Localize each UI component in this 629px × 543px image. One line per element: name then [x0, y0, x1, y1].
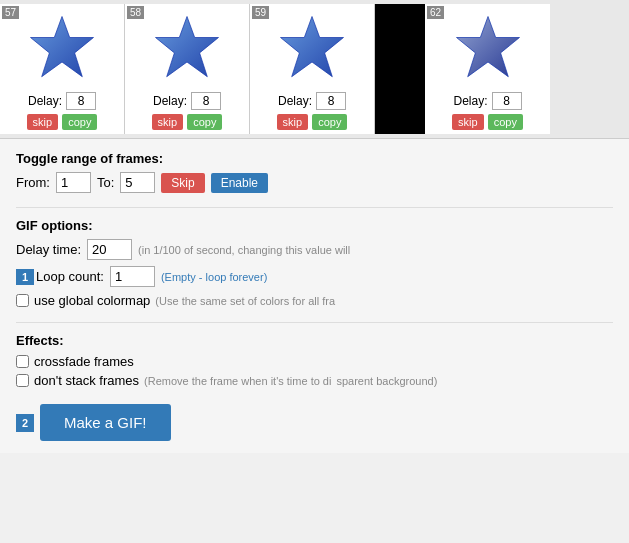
crossfade-row: crossfade frames: [16, 354, 613, 369]
loop-count-input[interactable]: [110, 266, 155, 287]
delay-label: Delay:: [153, 94, 187, 108]
frame-star: [448, 8, 528, 88]
delay-hint: (in 1/100 of second, changing this value…: [138, 244, 350, 256]
from-input[interactable]: [56, 172, 91, 193]
crossfade-checkbox[interactable]: [16, 355, 29, 368]
delay-label: Delay:: [28, 94, 62, 108]
gif-options-label: GIF options:: [16, 218, 613, 233]
torn-edge: [375, 4, 425, 134]
frame-item: 62 Delay: skip copy: [425, 4, 550, 134]
from-label: From:: [16, 175, 50, 190]
svg-marker-0: [31, 17, 94, 77]
make-gif-badge: 2: [16, 414, 34, 432]
toggle-range-label: Toggle range of frames:: [16, 151, 613, 166]
skip-button[interactable]: skip: [452, 114, 484, 130]
copy-button[interactable]: copy: [312, 114, 347, 130]
svg-marker-4: [456, 17, 519, 77]
skip-range-button[interactable]: Skip: [161, 173, 204, 193]
svg-marker-1: [156, 17, 219, 77]
divider: [16, 207, 613, 208]
crossfade-label: crossfade frames: [34, 354, 134, 369]
delay-row: Delay time: (in 1/100 of second, changin…: [16, 239, 613, 260]
delay-input[interactable]: [492, 92, 522, 110]
skip-button[interactable]: skip: [152, 114, 184, 130]
copy-button[interactable]: copy: [62, 114, 97, 130]
frame-buttons: skip copy: [277, 114, 348, 130]
colormap-label: use global colormap: [34, 293, 150, 308]
colormap-checkbox[interactable]: [16, 294, 29, 307]
frame-item: 59 Delay: skip copy: [250, 4, 375, 134]
frame-delay: Delay:: [278, 92, 346, 110]
controls-area: Toggle range of frames: From: To: Skip E…: [0, 139, 629, 453]
skip-button[interactable]: skip: [277, 114, 309, 130]
colormap-row: use global colormap (Use the same set of…: [16, 293, 613, 308]
frame-star: [147, 8, 227, 88]
frame-number: 58: [127, 6, 144, 19]
frame-number: 57: [2, 6, 19, 19]
gif-options-section: GIF options: Delay time: (in 1/100 of se…: [16, 218, 613, 308]
delay-label: Delay:: [278, 94, 312, 108]
effects-label: Effects:: [16, 333, 613, 348]
stack-checkbox[interactable]: [16, 374, 29, 387]
copy-button[interactable]: copy: [488, 114, 523, 130]
to-input[interactable]: [120, 172, 155, 193]
copy-button[interactable]: copy: [187, 114, 222, 130]
delay-time-label: Delay time:: [16, 242, 81, 257]
delay-input[interactable]: [66, 92, 96, 110]
loop-row: 1 Loop count: (Empty - loop forever): [16, 266, 613, 287]
frames-strip: 57 Delay: skip copy 58: [0, 0, 629, 139]
skip-button[interactable]: skip: [27, 114, 59, 130]
frame-item: 58 Delay: skip copy: [125, 4, 250, 134]
frame-delay: Delay:: [28, 92, 96, 110]
enable-button[interactable]: Enable: [211, 173, 268, 193]
frame-buttons: skip copy: [452, 114, 523, 130]
colormap-hint: (Use the same set of colors for all fra: [155, 295, 335, 307]
to-label: To:: [97, 175, 114, 190]
stack-hint2: sparent background): [336, 375, 437, 387]
frame-delay: Delay:: [153, 92, 221, 110]
frame-number: 59: [252, 6, 269, 19]
svg-marker-3: [375, 4, 425, 134]
make-gif-wrap: 2 Make a GIF!: [16, 404, 613, 441]
make-gif-button[interactable]: Make a GIF!: [40, 404, 171, 441]
delay-input[interactable]: [316, 92, 346, 110]
toggle-range-section: Toggle range of frames: From: To: Skip E…: [16, 151, 613, 193]
stack-row: don't stack frames (Remove the frame whe…: [16, 373, 613, 388]
svg-marker-2: [281, 17, 344, 77]
loop-badge: 1: [16, 269, 34, 285]
frame-number: 62: [427, 6, 444, 19]
frame-buttons: skip copy: [27, 114, 98, 130]
toggle-range-row: From: To: Skip Enable: [16, 172, 613, 193]
divider-2: [16, 322, 613, 323]
loop-hint: (Empty - loop forever): [161, 271, 267, 283]
delay-label: Delay:: [453, 94, 487, 108]
frame-star: [272, 8, 352, 88]
loop-count-label: Loop count:: [36, 269, 104, 284]
stack-hint: (Remove the frame when it's time to di: [144, 375, 331, 387]
frame-item: 57 Delay: skip copy: [0, 4, 125, 134]
stack-label: don't stack frames: [34, 373, 139, 388]
delay-input[interactable]: [191, 92, 221, 110]
delay-time-input[interactable]: [87, 239, 132, 260]
effects-section: Effects: crossfade frames don't stack fr…: [16, 333, 613, 388]
frame-star: [22, 8, 102, 88]
frame-buttons: skip copy: [152, 114, 223, 130]
frame-delay: Delay:: [453, 92, 521, 110]
